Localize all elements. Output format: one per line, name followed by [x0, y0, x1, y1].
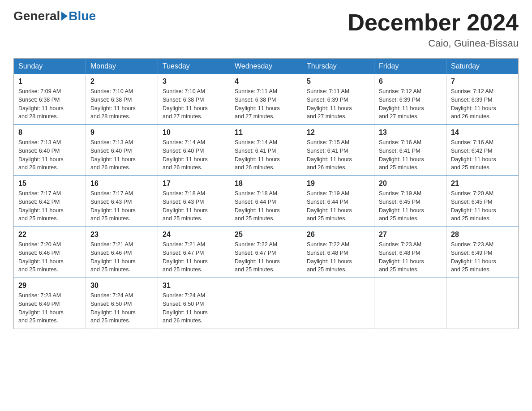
- day-number: 17: [163, 180, 225, 188]
- day-number: 14: [451, 128, 514, 137]
- calendar-day-cell: 7 Sunrise: 7:12 AMSunset: 6:39 PMDayligh…: [446, 74, 519, 125]
- calendar-day-cell: 22 Sunrise: 7:20 AMSunset: 6:46 PMDaylig…: [14, 227, 86, 278]
- calendar-day-cell: 8 Sunrise: 7:13 AMSunset: 6:40 PMDayligh…: [14, 125, 86, 176]
- day-number: 25: [235, 231, 297, 239]
- calendar-day-cell: 5 Sunrise: 7:11 AMSunset: 6:39 PMDayligh…: [302, 74, 374, 125]
- day-info: Sunrise: 7:22 AMSunset: 6:48 PMDaylight:…: [307, 241, 352, 273]
- day-info: Sunrise: 7:11 AMSunset: 6:39 PMDaylight:…: [307, 88, 352, 120]
- day-number: 9: [90, 128, 153, 137]
- day-number: 30: [90, 282, 153, 290]
- day-number: 26: [307, 231, 369, 239]
- calendar-day-cell: 2 Sunrise: 7:10 AMSunset: 6:38 PMDayligh…: [86, 74, 158, 125]
- day-number: 5: [307, 77, 369, 86]
- day-info: Sunrise: 7:23 AMSunset: 6:48 PMDaylight:…: [379, 241, 424, 273]
- logo-blue-text: Blue: [69, 9, 96, 23]
- day-of-week-header: Wednesday: [230, 59, 302, 74]
- day-number: 3: [163, 77, 225, 86]
- day-number: 29: [18, 282, 81, 290]
- calendar-day-cell: 13 Sunrise: 7:16 AMSunset: 6:41 PMDaylig…: [374, 125, 446, 176]
- calendar-day-cell: [374, 278, 446, 329]
- day-info: Sunrise: 7:09 AMSunset: 6:38 PMDaylight:…: [18, 88, 64, 120]
- day-info: Sunrise: 7:20 AMSunset: 6:46 PMDaylight:…: [18, 241, 64, 273]
- calendar-day-cell: 4 Sunrise: 7:11 AMSunset: 6:38 PMDayligh…: [230, 74, 302, 125]
- day-info: Sunrise: 7:15 AMSunset: 6:41 PMDaylight:…: [307, 139, 352, 171]
- day-of-week-header: Monday: [86, 59, 158, 74]
- day-info: Sunrise: 7:19 AMSunset: 6:44 PMDaylight:…: [307, 190, 352, 222]
- day-of-week-header: Thursday: [302, 59, 374, 74]
- calendar-day-cell: 21 Sunrise: 7:20 AMSunset: 6:45 PMDaylig…: [446, 176, 519, 227]
- calendar-day-cell: 14 Sunrise: 7:16 AMSunset: 6:42 PMDaylig…: [446, 125, 519, 176]
- day-number: 22: [18, 231, 81, 239]
- day-of-week-header: Friday: [374, 59, 446, 74]
- calendar-day-cell: 1 Sunrise: 7:09 AMSunset: 6:38 PMDayligh…: [14, 74, 86, 125]
- calendar-day-cell: 23 Sunrise: 7:21 AMSunset: 6:46 PMDaylig…: [86, 227, 158, 278]
- day-number: 21: [451, 180, 514, 188]
- days-of-week-row: SundayMondayTuesdayWednesdayThursdayFrid…: [14, 59, 519, 74]
- calendar-day-cell: 19 Sunrise: 7:19 AMSunset: 6:44 PMDaylig…: [302, 176, 374, 227]
- day-number: 10: [163, 128, 225, 137]
- day-info: Sunrise: 7:24 AMSunset: 6:50 PMDaylight:…: [163, 292, 208, 324]
- calendar-day-cell: [446, 278, 519, 329]
- day-number: 8: [18, 128, 81, 137]
- day-number: 12: [307, 128, 369, 137]
- day-of-week-header: Saturday: [446, 59, 519, 74]
- day-number: 16: [90, 180, 153, 188]
- day-number: 7: [451, 77, 514, 86]
- day-info: Sunrise: 7:21 AMSunset: 6:47 PMDaylight:…: [163, 241, 208, 273]
- calendar-header: SundayMondayTuesdayWednesdayThursdayFrid…: [14, 59, 519, 74]
- day-number: 19: [307, 180, 369, 188]
- calendar-week-row: 29 Sunrise: 7:23 AMSunset: 6:49 PMDaylig…: [14, 278, 519, 329]
- day-info: Sunrise: 7:23 AMSunset: 6:49 PMDaylight:…: [18, 292, 64, 324]
- logo-arrow-icon: [61, 12, 68, 21]
- day-info: Sunrise: 7:10 AMSunset: 6:38 PMDaylight:…: [163, 88, 208, 120]
- day-number: 13: [379, 128, 442, 137]
- day-of-week-header: Tuesday: [158, 59, 230, 74]
- calendar-day-cell: [230, 278, 302, 329]
- calendar-day-cell: 25 Sunrise: 7:22 AMSunset: 6:47 PMDaylig…: [230, 227, 302, 278]
- day-info: Sunrise: 7:16 AMSunset: 6:41 PMDaylight:…: [379, 139, 424, 171]
- calendar-week-row: 1 Sunrise: 7:09 AMSunset: 6:38 PMDayligh…: [14, 74, 519, 125]
- calendar-day-cell: 3 Sunrise: 7:10 AMSunset: 6:38 PMDayligh…: [158, 74, 230, 125]
- day-number: 2: [90, 77, 153, 86]
- calendar-day-cell: 31 Sunrise: 7:24 AMSunset: 6:50 PMDaylig…: [158, 278, 230, 329]
- day-number: 1: [18, 77, 81, 86]
- day-info: Sunrise: 7:17 AMSunset: 6:42 PMDaylight:…: [18, 190, 64, 222]
- day-number: 24: [163, 231, 225, 239]
- day-info: Sunrise: 7:13 AMSunset: 6:40 PMDaylight:…: [90, 139, 136, 171]
- day-number: 15: [18, 180, 81, 188]
- calendar-day-cell: 16 Sunrise: 7:17 AMSunset: 6:43 PMDaylig…: [86, 176, 158, 227]
- day-info: Sunrise: 7:24 AMSunset: 6:50 PMDaylight:…: [90, 292, 136, 324]
- day-info: Sunrise: 7:17 AMSunset: 6:43 PMDaylight:…: [90, 190, 136, 222]
- calendar-day-cell: 28 Sunrise: 7:23 AMSunset: 6:49 PMDaylig…: [446, 227, 519, 278]
- day-info: Sunrise: 7:16 AMSunset: 6:42 PMDaylight:…: [451, 139, 496, 171]
- calendar-day-cell: 29 Sunrise: 7:23 AMSunset: 6:49 PMDaylig…: [14, 278, 86, 329]
- day-number: 18: [235, 180, 297, 188]
- calendar-day-cell: 6 Sunrise: 7:12 AMSunset: 6:39 PMDayligh…: [374, 74, 446, 125]
- day-number: 31: [163, 282, 225, 290]
- calendar-day-cell: 26 Sunrise: 7:22 AMSunset: 6:48 PMDaylig…: [302, 227, 374, 278]
- day-of-week-header: Sunday: [14, 59, 86, 74]
- calendar-day-cell: 17 Sunrise: 7:18 AMSunset: 6:43 PMDaylig…: [158, 176, 230, 227]
- day-number: 4: [235, 77, 297, 86]
- page-header: General Blue December 2024 Caio, Guinea-…: [13, 9, 519, 49]
- day-info: Sunrise: 7:10 AMSunset: 6:38 PMDaylight:…: [90, 88, 136, 120]
- day-number: 6: [379, 77, 442, 86]
- calendar-day-cell: 10 Sunrise: 7:14 AMSunset: 6:40 PMDaylig…: [158, 125, 230, 176]
- calendar-day-cell: 9 Sunrise: 7:13 AMSunset: 6:40 PMDayligh…: [86, 125, 158, 176]
- month-title: December 2024: [348, 9, 519, 36]
- calendar-week-row: 8 Sunrise: 7:13 AMSunset: 6:40 PMDayligh…: [14, 125, 519, 176]
- day-info: Sunrise: 7:21 AMSunset: 6:46 PMDaylight:…: [90, 241, 136, 273]
- day-info: Sunrise: 7:18 AMSunset: 6:43 PMDaylight:…: [163, 190, 208, 222]
- day-info: Sunrise: 7:12 AMSunset: 6:39 PMDaylight:…: [451, 88, 496, 120]
- day-info: Sunrise: 7:11 AMSunset: 6:38 PMDaylight:…: [235, 88, 280, 120]
- calendar-day-cell: [302, 278, 374, 329]
- day-number: 28: [451, 231, 514, 239]
- calendar-day-cell: 27 Sunrise: 7:23 AMSunset: 6:48 PMDaylig…: [374, 227, 446, 278]
- day-info: Sunrise: 7:19 AMSunset: 6:45 PMDaylight:…: [379, 190, 424, 222]
- calendar-day-cell: 15 Sunrise: 7:17 AMSunset: 6:42 PMDaylig…: [14, 176, 86, 227]
- day-info: Sunrise: 7:13 AMSunset: 6:40 PMDaylight:…: [18, 139, 64, 171]
- calendar-day-cell: 24 Sunrise: 7:21 AMSunset: 6:47 PMDaylig…: [158, 227, 230, 278]
- logo: General Blue: [13, 9, 96, 23]
- day-number: 27: [379, 231, 442, 239]
- day-info: Sunrise: 7:23 AMSunset: 6:49 PMDaylight:…: [451, 241, 496, 273]
